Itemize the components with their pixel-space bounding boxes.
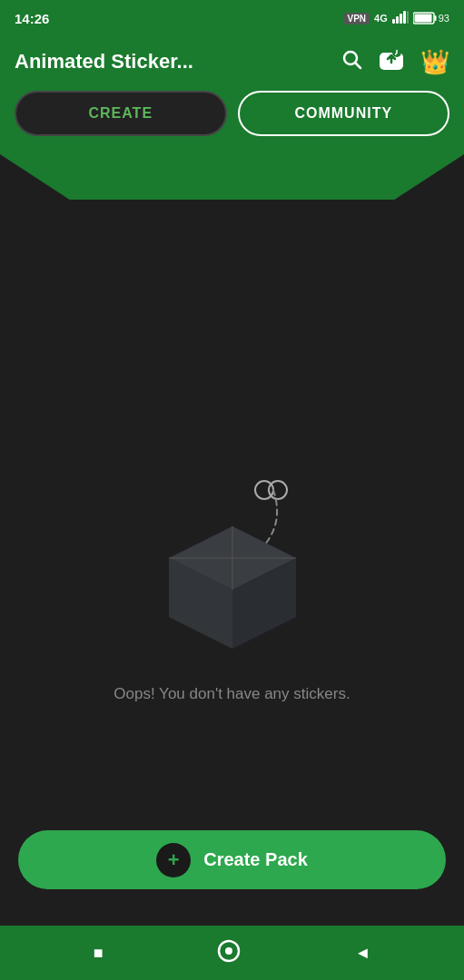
empty-box-icon <box>151 513 314 658</box>
stop-icon[interactable]: ■ <box>94 944 104 963</box>
header-actions: 👑 <box>341 47 449 76</box>
signal-bars-icon <box>392 11 409 26</box>
tab-create[interactable]: CREATE <box>15 91 227 136</box>
svg-rect-6 <box>434 15 436 21</box>
home-circle-icon[interactable] <box>217 939 241 967</box>
svg-rect-3 <box>403 11 406 24</box>
bottom-navigation: ■ ◄ <box>0 926 464 980</box>
svg-line-9 <box>356 64 361 69</box>
app-title: Animated Sticker... <box>15 50 193 74</box>
status-icons-right: VPN 4G 93 <box>344 11 450 26</box>
plus-circle-icon: + <box>156 843 191 877</box>
vpn-indicator: VPN <box>344 13 370 24</box>
back-icon[interactable]: ◄ <box>354 944 370 963</box>
svg-rect-1 <box>396 16 399 24</box>
signal-4g: 4G <box>374 13 388 24</box>
svg-point-20 <box>225 947 232 955</box>
status-time: 14:26 <box>15 11 49 26</box>
green-wedge-decoration <box>0 154 464 200</box>
create-pack-button[interactable]: + Create Pack <box>18 830 446 889</box>
status-bar: 14:26 VPN 4G 93 <box>0 0 464 36</box>
upload-icon[interactable] <box>379 47 404 76</box>
svg-rect-2 <box>400 14 402 24</box>
plus-icon: + <box>168 848 180 872</box>
empty-state-message: Oops! You don't have any stickers. <box>114 685 350 703</box>
search-icon[interactable] <box>341 48 362 75</box>
tab-bar: CREATE COMMUNITY <box>0 91 464 154</box>
empty-state-illustration <box>133 458 332 658</box>
app-wrapper: 14:26 VPN 4G 93 <box>0 0 464 980</box>
svg-rect-4 <box>407 11 409 24</box>
content-area: Oops! You don't have any stickers. + Cre… <box>0 200 464 980</box>
svg-rect-0 <box>392 19 395 24</box>
battery-level: 93 <box>439 13 449 24</box>
create-pack-label: Create Pack <box>203 849 308 870</box>
header: Animated Sticker... 👑 <box>0 36 464 91</box>
tab-community[interactable]: COMMUNITY <box>238 91 450 136</box>
crown-icon[interactable]: 👑 <box>420 48 449 76</box>
battery-icon: 93 <box>413 12 449 24</box>
svg-rect-7 <box>414 15 431 23</box>
